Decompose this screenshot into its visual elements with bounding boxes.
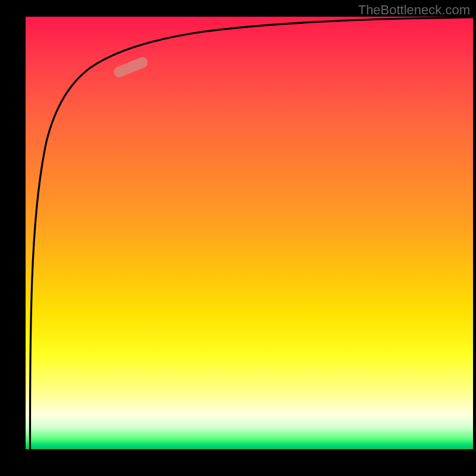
curve-svg — [26, 17, 473, 449]
curve-path — [30, 17, 474, 440]
plot-area — [26, 17, 473, 449]
watermark-text: TheBottleneck.com — [358, 2, 470, 18]
